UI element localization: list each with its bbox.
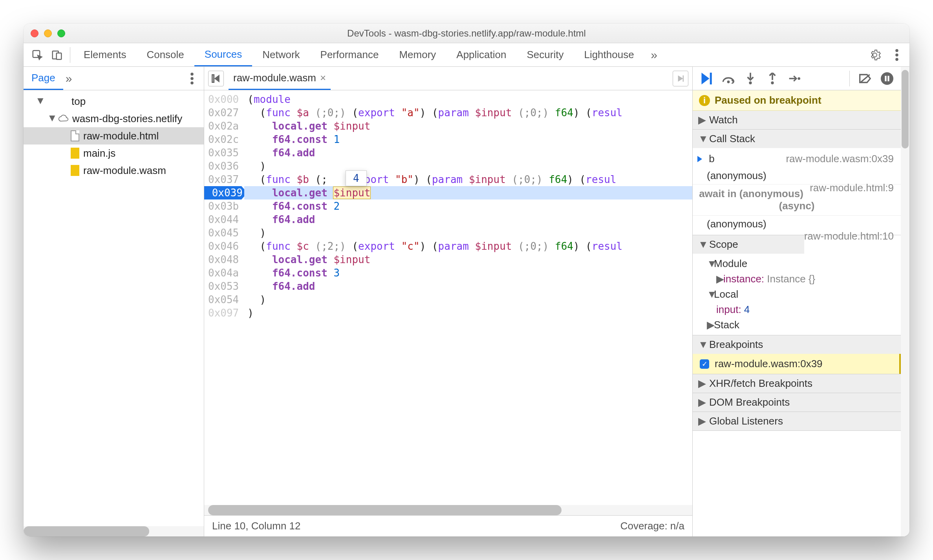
tree-file[interactable]: main.js: [24, 145, 204, 162]
debugger-vscrollbar[interactable]: [901, 67, 909, 536]
debugger-toolbar: [693, 67, 901, 90]
svg-rect-18: [887, 76, 889, 81]
section-title: DOM Breakpoints: [709, 396, 790, 408]
panel-tab-performance[interactable]: Performance: [310, 43, 389, 66]
deactivate-bp-button[interactable]: [858, 72, 872, 85]
panel-tab-security[interactable]: Security: [517, 43, 574, 66]
step-button[interactable]: [788, 72, 801, 85]
history-back-button[interactable]: [208, 71, 224, 86]
scope-value: Instance {}: [767, 273, 815, 285]
file-tab-label: raw-module.wasm: [233, 72, 316, 84]
panel-tab-memory[interactable]: Memory: [389, 43, 446, 66]
page-tab[interactable]: Page: [24, 67, 63, 90]
window-title: DevTools - wasm-dbg-stories.netlify.app/…: [24, 28, 909, 39]
file-tree: ▼ top ▼ wasm-dbg-stories.netlify raw-mod…: [24, 90, 204, 526]
tree-label: raw-module.wasm: [83, 165, 166, 177]
frame-icon: [46, 95, 68, 107]
device-toolbar-icon[interactable]: [47, 45, 67, 65]
svg-point-8: [190, 81, 194, 84]
scope-instance[interactable]: ▶instance: Instance {}: [693, 271, 901, 287]
navigator-panel: Page » ▼ top ▼ wasm-dbg-stories.netlify: [24, 67, 204, 536]
settings-icon[interactable]: [866, 46, 884, 64]
code-editor[interactable]: 0x0000x0270x02a0x02c0x0350x0360x0370x03b…: [204, 90, 692, 505]
svg-point-5: [895, 58, 898, 61]
kebab-menu-icon[interactable]: [888, 46, 906, 64]
script-icon: [71, 165, 79, 176]
scope-label: Stack: [714, 319, 739, 331]
value-tooltip: 4: [346, 170, 367, 186]
breakpoints-section: ▼Breakpoints ✓ raw-module.wasm:0x39: [693, 335, 901, 374]
svg-point-16: [798, 77, 800, 80]
nav-kebab-icon[interactable]: [183, 70, 201, 87]
section-header[interactable]: ▼Call Stack: [693, 130, 901, 148]
status-bar: Line 10, Column 12 Coverage: n/a: [204, 515, 692, 536]
editor-hscrollbar[interactable]: [204, 505, 692, 515]
svg-point-7: [190, 77, 194, 80]
titlebar: DevTools - wasm-dbg-stories.netlify.app/…: [24, 24, 909, 43]
scope-module[interactable]: ▼Module: [693, 256, 901, 271]
xhr-bp-section[interactable]: ▶XHR/fetch Breakpoints: [693, 374, 901, 393]
svg-rect-12: [710, 73, 712, 84]
svg-point-15: [771, 81, 774, 84]
section-title: Call Stack: [709, 133, 755, 145]
scope-section: ▼Scope ▼Module ▶instance: Instance {} ▼L…: [693, 235, 901, 335]
svg-rect-11: [683, 75, 684, 82]
callstack-frame[interactable]: (anonymous) raw-module.html:10: [693, 216, 901, 232]
tree-file[interactable]: raw-module.wasm: [24, 162, 204, 179]
breakpoint-item[interactable]: ✓ raw-module.wasm:0x39: [693, 354, 901, 374]
more-nav-tabs-icon[interactable]: »: [66, 72, 72, 85]
svg-rect-2: [57, 53, 62, 59]
tree-top-frame[interactable]: ▼ top: [24, 93, 204, 110]
step-over-button[interactable]: [722, 72, 735, 85]
svg-point-6: [190, 73, 194, 76]
scope-stack[interactable]: ▶Stack: [693, 317, 901, 333]
resume-button[interactable]: [700, 72, 713, 85]
callstack-frame[interactable]: (anonymous) raw-module.html:9: [693, 167, 901, 184]
svg-rect-17: [885, 76, 886, 81]
svg-point-3: [895, 49, 898, 52]
run-snippet-button[interactable]: [673, 71, 688, 86]
scope-local[interactable]: ▼Local: [693, 287, 901, 302]
inspect-element-icon[interactable]: [27, 45, 47, 65]
breakpoint-marker[interactable]: 0x039: [204, 186, 247, 199]
section-title: Global Listeners: [709, 415, 783, 427]
gutter[interactable]: 0x0000x0270x02a0x02c0x0350x0360x0370x03b…: [204, 90, 244, 505]
scope-label: Local: [714, 288, 738, 300]
global-listeners-section[interactable]: ▶Global Listeners: [693, 412, 901, 431]
section-title: Breakpoints: [709, 339, 763, 351]
step-into-button[interactable]: [744, 72, 757, 85]
panel-tab-network[interactable]: Network: [252, 43, 310, 66]
callstack-frame[interactable]: b raw-module.wasm:0x39: [693, 150, 901, 167]
dom-bp-section[interactable]: ▶DOM Breakpoints: [693, 393, 901, 412]
section-header[interactable]: ▼Scope: [693, 235, 804, 254]
watch-section[interactable]: ▶Watch: [693, 111, 901, 130]
scope-var[interactable]: input: 4: [693, 302, 901, 317]
tree-domain[interactable]: ▼ wasm-dbg-stories.netlify: [24, 110, 204, 127]
svg-rect-10: [212, 75, 214, 82]
close-tab-icon[interactable]: ×: [320, 72, 326, 84]
tree-label: top: [71, 95, 86, 108]
panel-tab-application[interactable]: Application: [446, 43, 516, 66]
frame-fn: b: [709, 153, 714, 165]
panel-tab-lighthouse[interactable]: Lighthouse: [574, 43, 644, 66]
more-tabs-icon[interactable]: »: [644, 45, 664, 65]
panel-tab-console[interactable]: Console: [136, 43, 194, 66]
breakpoint-checkbox[interactable]: ✓: [700, 359, 709, 369]
svg-point-13: [727, 81, 730, 83]
tree-label: raw-module.html: [83, 130, 159, 142]
pause-exceptions-button[interactable]: [880, 72, 894, 85]
frame-fn: (anonymous): [707, 218, 767, 230]
panel-tab-sources[interactable]: Sources: [194, 43, 252, 66]
step-out-button[interactable]: [766, 72, 779, 85]
nav-scrollbar[interactable]: [24, 526, 204, 536]
frame-loc: raw-module.wasm:0x39: [786, 153, 894, 165]
panel-tab-elements[interactable]: Elements: [73, 43, 136, 66]
section-title: XHR/fetch Breakpoints: [709, 377, 812, 390]
code-body[interactable]: (module (func $a (;0;) (export "a") (par…: [244, 90, 692, 505]
frame-loc: raw-module.html:9: [810, 182, 894, 194]
section-header[interactable]: ▼Breakpoints: [693, 335, 901, 354]
cloud-icon: [58, 113, 68, 124]
tree-file[interactable]: raw-module.html: [24, 127, 204, 145]
file-tab[interactable]: raw-module.wasm ×: [229, 67, 331, 90]
breakpoint-label: raw-module.wasm:0x39: [715, 358, 823, 370]
